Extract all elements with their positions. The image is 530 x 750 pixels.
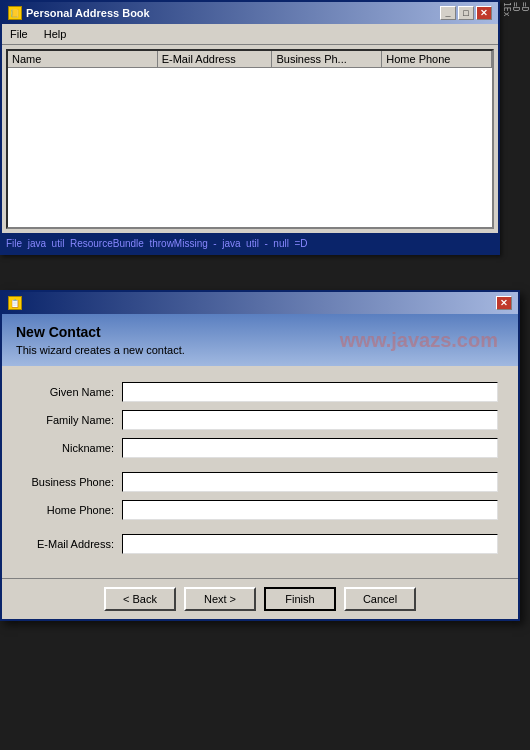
dialog-close-button[interactable]: ✕ [496, 296, 512, 310]
dialog-header-section: New Contact This wizard creates a new co… [2, 314, 518, 366]
address-book-window: 📒 Personal Address Book _ □ ✕ File Help … [0, 0, 500, 255]
family-name-row: Family Name: [22, 410, 498, 430]
business-phone-label: Business Phone: [22, 476, 122, 488]
cancel-button[interactable]: Cancel [344, 587, 416, 611]
nickname-row: Nickname: [22, 438, 498, 458]
home-phone-row: Home Phone: [22, 500, 498, 520]
email-input[interactable] [122, 534, 498, 554]
nickname-label: Nickname: [22, 442, 122, 454]
dialog-titlebar-buttons: ✕ [496, 296, 512, 310]
dialog-titlebar-left: 📋 [8, 296, 22, 310]
family-name-input[interactable] [122, 410, 498, 430]
home-phone-input[interactable] [122, 500, 498, 520]
business-phone-row: Business Phone: [22, 472, 498, 492]
address-book-title: Personal Address Book [26, 7, 150, 19]
home-phone-label: Home Phone: [22, 504, 122, 516]
address-book-titlebar: 📒 Personal Address Book _ □ ✕ [2, 2, 498, 24]
table-body [8, 68, 492, 223]
maximize-button[interactable]: □ [458, 6, 474, 20]
new-contact-dialog: 📋 ✕ New Contact This wizard creates a ne… [0, 290, 520, 621]
contact-form: Given Name: Family Name: Nickname: Busin… [2, 366, 518, 578]
file-menu[interactable]: File [6, 26, 32, 42]
help-menu[interactable]: Help [40, 26, 71, 42]
table-header: Name E-Mail Address Business Ph... Home … [8, 51, 492, 68]
dialog-body: New Contact This wizard creates a new co… [2, 314, 518, 619]
dialog-footer: < Back Next > Finish Cancel [2, 578, 518, 619]
finish-button[interactable]: Finish [264, 587, 336, 611]
titlebar-buttons: _ □ ✕ [440, 6, 492, 20]
col-email-header: E-Mail Address [158, 51, 273, 67]
dialog-titlebar: 📋 ✕ [2, 292, 518, 314]
col-bphone-header: Business Ph... [272, 51, 382, 67]
col-name-header: Name [8, 51, 158, 67]
next-button[interactable]: Next > [184, 587, 256, 611]
given-name-label: Given Name: [22, 386, 122, 398]
contacts-table: Name E-Mail Address Business Ph... Home … [6, 49, 494, 229]
business-phone-input[interactable] [122, 472, 498, 492]
status-text: File java util ResourceBundle throwMissi… [6, 238, 308, 249]
watermark-text: www.javazs.com [340, 329, 498, 352]
nickname-input[interactable] [122, 438, 498, 458]
given-name-input[interactable] [122, 382, 498, 402]
minimize-button[interactable]: _ [440, 6, 456, 20]
dialog-icon: 📋 [8, 296, 22, 310]
family-name-label: Family Name: [22, 414, 122, 426]
menu-bar: File Help [2, 24, 498, 45]
titlebar-left: 📒 Personal Address Book [8, 6, 150, 20]
status-bar: File java util ResourceBundle throwMissi… [2, 233, 498, 253]
email-row: E-Mail Address: [22, 534, 498, 554]
close-button[interactable]: ✕ [476, 6, 492, 20]
app-icon: 📒 [8, 6, 22, 20]
email-label: E-Mail Address: [22, 538, 122, 550]
back-button[interactable]: < Back [104, 587, 176, 611]
col-hphone-header: Home Phone [382, 51, 492, 67]
given-name-row: Given Name: [22, 382, 498, 402]
